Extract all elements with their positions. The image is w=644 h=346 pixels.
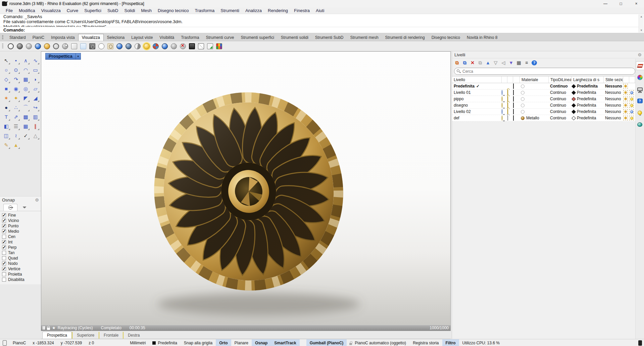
layer-print-width[interactable]: Predefinita	[577, 109, 596, 114]
layers-toolbar-button[interactable]: ⧉	[462, 60, 467, 66]
status-item[interactable]	[0, 339, 9, 346]
display-mode-button[interactable]	[6, 42, 15, 50]
tool-button[interactable]: ●	[2, 103, 11, 112]
layer-section-style[interactable]: Nessuno	[604, 116, 623, 120]
status-item[interactable]: y -7027.539	[57, 339, 85, 346]
display-mode-button[interactable]	[115, 42, 123, 50]
layer-section-style[interactable]: Nessuno	[604, 109, 623, 114]
layer-linetype[interactable]: Continuo	[549, 84, 572, 89]
layer-linetype[interactable]: Continuo	[549, 103, 572, 108]
osnap-filter-tab[interactable]	[17, 204, 32, 211]
layer-material-icon[interactable]	[521, 110, 525, 114]
tool-button[interactable]: ⌒	[21, 103, 30, 112]
status-item[interactable]: Orto	[216, 339, 231, 346]
viewport-tab[interactable]: Superiore	[72, 332, 99, 339]
layer-lock-icon[interactable]	[507, 109, 508, 114]
checkbox[interactable]	[2, 235, 6, 239]
layers-toolbar-button[interactable]: ≡	[524, 60, 529, 65]
layer-name[interactable]: Livello 02	[454, 109, 471, 114]
layer-print-width[interactable]: Predefinita	[577, 97, 596, 101]
layer-material-icon[interactable]	[521, 104, 525, 107]
layer-print-width[interactable]: Predefinita	[577, 103, 596, 108]
command-history[interactable]: Comando: _SaveAsFile salvato correttamen…	[0, 14, 644, 27]
layer-row[interactable]: def ✓ Metallo Continuo Pr	[452, 115, 635, 121]
menu-item[interactable]: Modifica	[16, 7, 38, 14]
checkbox[interactable]	[2, 267, 6, 271]
perspective-viewport[interactable]: Prospettica ▼	[41, 51, 451, 325]
layer-state-icon[interactable]: ✱	[623, 103, 628, 108]
status-item[interactable]: Filtro	[442, 339, 459, 346]
layer-visibility-bulb-icon[interactable]	[502, 109, 502, 114]
layer-bulb-state-icon[interactable]	[629, 116, 634, 120]
display-mode-button[interactable]	[179, 42, 187, 50]
status-item[interactable]: Osnap	[252, 339, 271, 346]
panel-tab[interactable]: ?	[636, 97, 644, 105]
layer-row[interactable]: Predefinita ✓ Continuo P	[452, 83, 635, 90]
gear-icon[interactable]: ⚙	[35, 197, 39, 203]
display-mode-button[interactable]	[52, 42, 60, 50]
column-material[interactable]: Materiale	[520, 76, 549, 83]
status-item[interactable]: Predefinita	[149, 339, 180, 346]
osnap-option[interactable]: Vicino	[2, 218, 41, 223]
tool-button[interactable]: ▦	[21, 75, 30, 84]
display-mode-button[interactable]	[151, 42, 160, 50]
column-section[interactable]: Stile sezione	[604, 76, 623, 83]
layer-state-icon[interactable]: ✱	[623, 109, 628, 114]
display-mode-button[interactable]	[206, 42, 214, 50]
status-item[interactable]: Utilizzo CPU: 13.6 %	[459, 339, 503, 346]
viewport-tab[interactable]: Frontale	[99, 332, 123, 339]
osnap-tab[interactable]	[3, 204, 17, 211]
display-mode-button[interactable]	[160, 42, 169, 50]
layer-linetype[interactable]: Continuo	[549, 109, 572, 114]
layers-toolbar-button[interactable]: ▼	[508, 60, 514, 65]
display-mode-button[interactable]	[43, 42, 51, 50]
tool-button[interactable]: ∧	[21, 56, 30, 65]
close-button[interactable]: ×	[629, 0, 644, 7]
display-mode-button[interactable]	[70, 42, 78, 50]
tool-button[interactable]: ◠	[21, 65, 30, 74]
panel-tab[interactable]	[636, 73, 644, 82]
tool-button[interactable]: ▲	[11, 140, 20, 150]
checkbox[interactable]	[2, 262, 6, 266]
tool-button[interactable]: ✎	[2, 140, 11, 150]
layer-state-icon[interactable]: ✱	[623, 84, 628, 89]
status-item[interactable]: Gumball (PianoC)	[306, 339, 347, 346]
tool-button[interactable]: •	[11, 56, 20, 65]
tool-button[interactable]: ◫	[2, 131, 11, 140]
layers-toolbar-button[interactable]: ▦	[516, 60, 522, 65]
display-mode-button[interactable]	[142, 42, 151, 50]
panel-tab[interactable]	[636, 108, 644, 117]
tool-button[interactable]: ◎	[21, 84, 30, 93]
layer-section-style[interactable]: Nessuno	[604, 103, 623, 108]
tool-button[interactable]: ◧	[2, 122, 11, 131]
layer-print-width[interactable]: Predefinita	[577, 90, 596, 95]
toolbar-tab[interactable]: Strumenti SubD	[312, 34, 347, 41]
layer-lock-icon[interactable]	[507, 90, 508, 95]
osnap-option[interactable]: Tan	[2, 250, 41, 255]
layers-toolbar-button[interactable]: ✕	[470, 60, 475, 65]
layer-color-swatch[interactable]	[513, 109, 514, 114]
layer-color-swatch[interactable]	[513, 103, 514, 108]
display-mode-button[interactable]	[215, 42, 223, 50]
osnap-option[interactable]: Int	[2, 239, 41, 245]
checkbox[interactable]	[2, 224, 6, 228]
display-mode-button[interactable]	[88, 42, 96, 50]
display-mode-button[interactable]	[133, 42, 142, 50]
menu-item[interactable]: Disegno tecnico	[155, 7, 192, 14]
layer-row[interactable]: disegno ✓ Continuo Prede	[452, 102, 635, 109]
display-mode-button[interactable]	[188, 42, 196, 50]
layer-material-icon[interactable]	[521, 84, 525, 88]
checkbox[interactable]	[2, 251, 6, 255]
panel-tab[interactable]	[636, 61, 644, 70]
tool-button[interactable]: ◤	[21, 94, 30, 103]
tool-button[interactable]: ⇗	[11, 112, 20, 121]
checkbox[interactable]	[2, 213, 6, 217]
maximize-button[interactable]: □	[613, 0, 629, 7]
tool-button[interactable]: ☰	[11, 122, 20, 131]
layer-print-width[interactable]: Predefinita	[577, 84, 598, 89]
layer-name[interactable]: Predefinita	[454, 84, 475, 89]
layer-color-swatch[interactable]	[513, 90, 514, 95]
layer-linetype[interactable]: Continuo	[549, 116, 572, 120]
toolbar-tab[interactable]: Strumenti solidi	[278, 34, 312, 41]
toolbar-tab[interactable]: Standard	[6, 34, 29, 41]
